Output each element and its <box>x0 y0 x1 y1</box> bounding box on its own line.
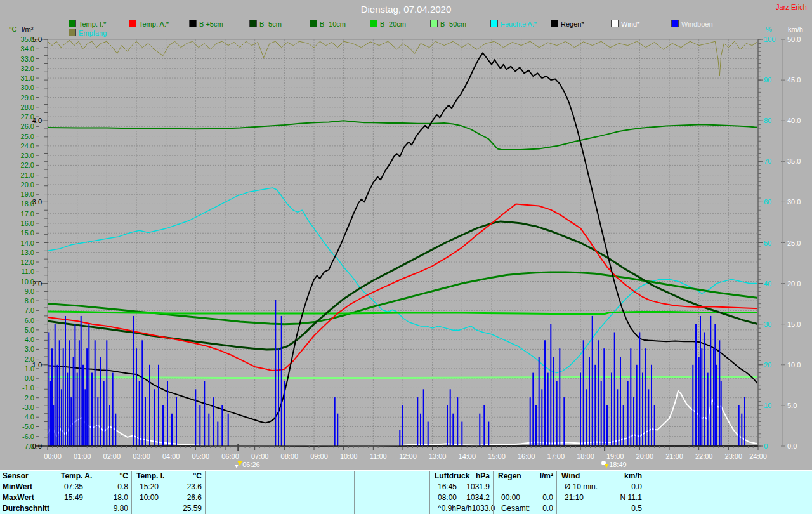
sunset-icon <box>601 461 609 469</box>
kmh-axis-label: 50.0 <box>787 36 806 43</box>
percent-axis-label: 0 <box>764 443 780 450</box>
stats-cell-time <box>206 503 277 514</box>
kmh-axis-label: 5.0 <box>787 402 806 409</box>
temp-axis-label: 5.0 <box>9 327 34 334</box>
temp-axis-label: 17.0 <box>9 211 34 218</box>
stats-cell-time <box>355 482 426 492</box>
temp-axis-label: 22.0 <box>9 162 34 169</box>
kmh-axis-label: 40.0 <box>787 117 806 124</box>
sunset-marker: 18:49 <box>601 461 627 470</box>
stats-group-name: Temp. A. <box>56 471 120 482</box>
kmh-axis-label: 15.0 <box>787 321 806 328</box>
stats-group-name <box>355 471 426 482</box>
temp-axis-label: 16.0 <box>9 220 34 227</box>
temp-axis-label: 9.0 <box>9 288 34 295</box>
time-axis-label: 08:00 <box>277 452 302 460</box>
time-axis-label: 06:00 <box>218 452 243 460</box>
stats-cell-time <box>206 492 277 503</box>
stats-cell-time <box>355 492 426 503</box>
temp-axis-label: -5.0 <box>9 423 34 430</box>
stats-group-unit: l/m² <box>540 471 557 482</box>
temp-axis-label: 34.0 <box>9 46 34 53</box>
stats-row-label: Durchschnitt <box>0 503 56 514</box>
stats-cell-time: Ø 10 min. <box>557 482 631 492</box>
time-axis-label: 07:00 <box>247 452 273 460</box>
temp-axis-label: 24.0 <box>9 143 34 150</box>
percent-axis-label: 10 <box>764 402 780 409</box>
stats-row-labels: SensorMinWertMaxWertDurchschnitt <box>0 471 56 514</box>
stats-cell-value: 26.6 <box>187 492 206 503</box>
temp-axis-label: 15.0 <box>9 230 34 237</box>
kmh-axis-label: 0.0 <box>787 443 806 450</box>
stats-cell-time <box>56 503 114 514</box>
time-axis-label: 20:00 <box>632 452 657 460</box>
plot-area[interactable] <box>48 39 758 446</box>
percent-axis-label: 60 <box>764 199 780 206</box>
percent-axis-label: 70 <box>764 158 780 165</box>
time-axis-label: 02:00 <box>99 452 124 460</box>
stats-group-empty <box>205 471 280 514</box>
sunrise-marker: 06:26 <box>235 461 260 470</box>
stats-group-temp-a-: Temp. A.°C07:350.815:4918.09.80 <box>56 471 132 514</box>
rain-axis-label: 3.0 <box>25 199 42 206</box>
stats-cell-value: 0.0 <box>542 492 557 503</box>
stats-group-unit: °C <box>193 471 206 482</box>
temp-axis-label: 0.0 <box>9 375 34 382</box>
sunrise-time: 06:26 <box>242 461 260 468</box>
stats-cell-value: 0.5 <box>631 503 646 514</box>
temp-axis-label: 25.0 <box>9 133 34 140</box>
stats-group-unit: hPa <box>476 471 494 482</box>
stats-group-unit: °C <box>120 471 132 482</box>
stats-cell-time <box>494 482 553 492</box>
temp-axis-label: 19.0 <box>9 191 34 198</box>
stats-row-label: MaxWert <box>0 492 56 503</box>
temp-axis-label: 13.0 <box>9 249 34 256</box>
stats-cell-time <box>355 503 426 514</box>
stats-cell-time: 16:45 <box>430 482 466 492</box>
sunrise-icon <box>235 461 242 469</box>
stats-cell-time <box>280 503 351 514</box>
stats-cell-value: 18.0 <box>114 492 132 503</box>
stats-cell-time <box>206 482 277 492</box>
time-axis-label: 16:00 <box>514 452 539 460</box>
percent-axis-label: 80 <box>764 117 780 124</box>
time-axis-label: 05:00 <box>188 452 213 460</box>
time-axis-label: 23:00 <box>721 452 746 460</box>
percent-axis-label: 50 <box>764 240 780 247</box>
stats-cell-value: 1031.9 <box>466 482 494 492</box>
rain-axis-label: 1.0 <box>25 362 42 369</box>
rain-axis-label: 4.0 <box>25 117 42 124</box>
time-axis-label: 17:00 <box>543 452 568 460</box>
stats-cell-value: 1034.2 <box>466 492 494 503</box>
temp-axis-label: 28.0 <box>9 104 34 111</box>
temp-axis-label: -2.0 <box>9 395 34 402</box>
stats-cell-time: 00:00 <box>494 492 542 503</box>
stats-cell-value: 25.59 <box>183 503 206 514</box>
percent-axis-label: 20 <box>764 362 780 369</box>
time-axis-label: 18:00 <box>573 452 598 460</box>
percent-axis-label: 30 <box>764 321 780 328</box>
time-axis-label: 22:00 <box>691 452 717 460</box>
stats-group-name: Luftdruck <box>430 471 476 482</box>
stats-row-label: Sensor <box>0 471 56 482</box>
temp-axis-label: -3.0 <box>9 404 34 411</box>
percent-axis-label: 90 <box>764 77 780 84</box>
stats-cell-time <box>280 482 351 492</box>
stats-cell-time <box>557 503 631 514</box>
stats-group-temp-i-: Temp. I.°C15:2023.610:0026.625.59 <box>131 471 206 514</box>
stats-cell-value: 0.0 <box>542 503 557 514</box>
stats-cell-value: 23.6 <box>187 482 206 492</box>
temp-axis-label: 33.0 <box>9 56 34 63</box>
temp-axis-label: 12.0 <box>9 259 34 266</box>
kmh-axis-label: 35.0 <box>787 158 806 165</box>
rain-axis-label: 2.0 <box>25 280 42 287</box>
kmh-axis-label: 45.0 <box>787 77 806 84</box>
stats-cell-value: 9.80 <box>114 503 132 514</box>
temp-axis-label: -4.0 <box>9 414 34 421</box>
time-axis-label: 09:00 <box>306 452 332 460</box>
temp-axis-label: 20.0 <box>9 181 34 188</box>
stats-cell-time: Gesamt: <box>494 503 542 514</box>
rain-axis-label: 5.0 <box>25 36 42 43</box>
time-axis-label: 14:00 <box>454 452 480 460</box>
time-axis-label: 04:00 <box>159 452 184 460</box>
